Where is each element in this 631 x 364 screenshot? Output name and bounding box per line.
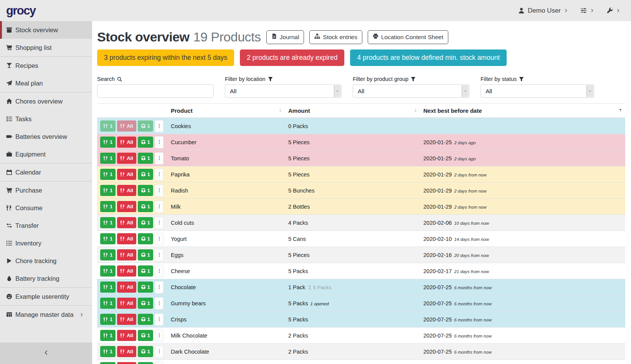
sidebar-item-inventory[interactable]: Inventory: [0, 234, 92, 252]
open-one-button[interactable]: 1: [138, 265, 153, 277]
consume-one-button[interactable]: 1: [100, 298, 116, 309]
admin-menu[interactable]: [606, 7, 620, 14]
amount-column-header[interactable]: Amount: [285, 104, 420, 118]
consume-one-button[interactable]: 1: [100, 314, 116, 325]
open-one-button[interactable]: 1: [138, 362, 153, 364]
consume-one-button[interactable]: 1: [100, 362, 116, 364]
row-menu-button[interactable]: [155, 233, 164, 245]
sidebar-item-chores-overview[interactable]: Chores overview: [0, 92, 92, 110]
consume-one-button[interactable]: 1: [100, 201, 116, 212]
row-menu-button[interactable]: [155, 329, 164, 342]
app-logo[interactable]: grocy: [6, 4, 35, 18]
consume-all-button[interactable]: All: [117, 298, 136, 309]
consume-all-button[interactable]: All: [117, 282, 136, 293]
journal-button[interactable]: Journal: [266, 30, 304, 44]
sidebar-item-stock-overview[interactable]: Stock overview: [0, 21, 92, 39]
consume-all-button[interactable]: All: [117, 185, 136, 196]
consume-all-button[interactable]: All: [117, 217, 136, 228]
open-one-button[interactable]: 1: [138, 153, 153, 164]
open-one-button[interactable]: 1: [138, 298, 153, 309]
sidebar-item-equipment[interactable]: Equipment: [0, 145, 92, 163]
search-input[interactable]: [97, 84, 214, 98]
row-menu-button[interactable]: [155, 168, 164, 181]
consume-all-button[interactable]: All: [117, 169, 136, 180]
settings-menu[interactable]: [580, 7, 594, 14]
sidebar-item-batteries-overview[interactable]: Batteries overview: [0, 128, 92, 145]
best-before-column-header[interactable]: Next best before date: [420, 104, 625, 118]
sidebar-item-consume[interactable]: Consume: [0, 199, 92, 217]
consume-all-button[interactable]: All: [117, 137, 136, 148]
row-menu-button[interactable]: [155, 217, 164, 229]
row-menu-button[interactable]: [155, 120, 164, 132]
sidebar-item-purchase[interactable]: Purchase: [0, 181, 92, 199]
consume-one-button[interactable]: 1: [100, 137, 116, 148]
consume-one-button[interactable]: 1: [100, 249, 116, 260]
sidebar-item-manage-master-data[interactable]: Manage master data: [0, 306, 92, 323]
open-one-button[interactable]: 1: [138, 233, 153, 244]
consume-one-button[interactable]: 1: [100, 217, 116, 228]
consume-all-button[interactable]: All: [117, 314, 136, 325]
open-one-button[interactable]: 1: [138, 330, 153, 341]
row-menu-button[interactable]: [155, 313, 164, 326]
open-one-button[interactable]: 1: [138, 346, 153, 357]
consume-all-button[interactable]: All: [117, 249, 136, 260]
product-group-select[interactable]: All: [353, 84, 469, 98]
row-menu-button[interactable]: [155, 152, 164, 165]
sidebar-item-calendar[interactable]: Calendar: [0, 163, 92, 181]
sidebar-item-chore-tracking[interactable]: Chore tracking: [0, 252, 92, 270]
sidebar-collapse-button[interactable]: [0, 343, 92, 364]
product-column-header[interactable]: Product: [168, 104, 285, 118]
sidebar-item-shopping-list[interactable]: Shopping list: [0, 39, 92, 56]
row-menu-button[interactable]: [155, 265, 164, 277]
sidebar-item-battery-tracking[interactable]: Battery tracking: [0, 270, 92, 287]
consume-all-button[interactable]: All: [117, 362, 136, 364]
consume-all-button[interactable]: All: [117, 346, 136, 357]
open-one-button[interactable]: 1: [138, 120, 153, 132]
consume-all-button[interactable]: All: [117, 265, 136, 277]
sidebar-item-recipes[interactable]: Recipes: [0, 57, 92, 74]
sidebar-item-transfer[interactable]: Transfer: [0, 217, 92, 234]
consume-one-button[interactable]: 1: [100, 120, 116, 132]
row-menu-button[interactable]: [155, 281, 164, 293]
row-menu-button[interactable]: [155, 362, 164, 364]
open-one-button[interactable]: 1: [138, 185, 153, 196]
row-menu-button[interactable]: [155, 136, 164, 148]
consume-all-button[interactable]: All: [117, 120, 136, 132]
row-menu-button[interactable]: [155, 184, 164, 197]
open-one-button[interactable]: 1: [138, 249, 153, 260]
consume-one-button[interactable]: 1: [100, 265, 116, 277]
stock-entries-button[interactable]: Stock entries: [309, 30, 362, 44]
consume-one-button[interactable]: 1: [100, 169, 116, 180]
expiring-alert[interactable]: 3 products expiring within the next 5 da…: [97, 49, 234, 66]
consume-one-button[interactable]: 1: [100, 330, 116, 341]
row-menu-button[interactable]: [155, 346, 164, 358]
row-menu-button[interactable]: [155, 297, 164, 310]
consume-all-button[interactable]: All: [117, 330, 136, 341]
consume-one-button[interactable]: 1: [100, 233, 116, 244]
location-content-sheet-button[interactable]: Location Content Sheet: [368, 30, 448, 44]
consume-all-button[interactable]: All: [117, 233, 136, 244]
open-one-button[interactable]: 1: [138, 201, 153, 212]
printer-icon: [373, 33, 378, 41]
row-menu-button[interactable]: [155, 249, 164, 261]
open-one-button[interactable]: 1: [138, 217, 153, 228]
consume-one-button[interactable]: 1: [100, 282, 116, 293]
below-min-stock-alert[interactable]: 4 products are below defined min. stock …: [350, 49, 507, 66]
open-one-button[interactable]: 1: [138, 282, 153, 293]
location-select[interactable]: All: [225, 84, 342, 98]
sidebar-item-tasks[interactable]: Tasks: [0, 110, 92, 128]
sidebar-item-meal-plan[interactable]: Meal plan: [0, 74, 92, 92]
open-one-button[interactable]: 1: [138, 314, 153, 325]
row-menu-button[interactable]: [155, 201, 164, 213]
expired-alert[interactable]: 2 products are already expired: [240, 49, 344, 66]
consume-all-button[interactable]: All: [117, 153, 136, 164]
consume-all-button[interactable]: All: [117, 201, 136, 212]
open-one-button[interactable]: 1: [138, 137, 153, 148]
consume-one-button[interactable]: 1: [100, 185, 116, 196]
open-one-button[interactable]: 1: [138, 169, 153, 180]
consume-one-button[interactable]: 1: [100, 346, 116, 357]
user-menu[interactable]: Demo User: [518, 7, 568, 15]
consume-one-button[interactable]: 1: [100, 153, 116, 164]
status-select[interactable]: All: [481, 84, 594, 98]
sidebar-item-example-userentity[interactable]: Example userentity: [0, 288, 92, 305]
